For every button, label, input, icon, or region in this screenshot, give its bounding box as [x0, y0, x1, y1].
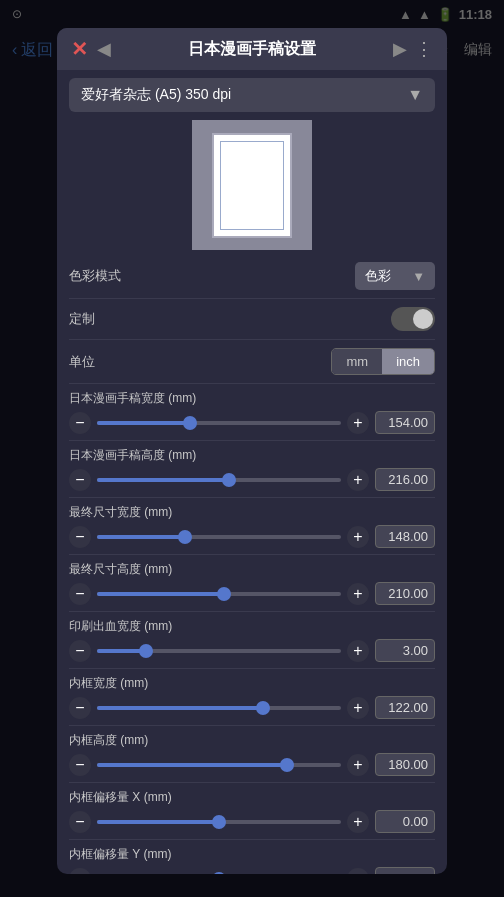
slider-value-4: 3.00 [375, 639, 435, 662]
dialog-title: 日本漫画手稿设置 [188, 39, 316, 60]
slider-row-2: 最终尺寸宽度 (mm) − + 148.00 [69, 498, 435, 555]
slider-decrease-4[interactable]: − [69, 640, 91, 662]
slider-row-0: 日本漫画手稿宽度 (mm) − + 154.00 [69, 384, 435, 441]
prev-icon[interactable]: ◀ [97, 38, 111, 60]
slider-row-5: 内框宽度 (mm) − + 122.00 [69, 669, 435, 726]
slider-increase-6[interactable]: + [347, 754, 369, 776]
unit-buttons: mm inch [331, 348, 435, 375]
close-button[interactable]: ✕ [71, 37, 88, 61]
slider-row-1: 日本漫画手稿高度 (mm) − + 216.00 [69, 441, 435, 498]
slider-decrease-0[interactable]: − [69, 412, 91, 434]
slider-row-8: 内框偏移量 Y (mm) − + 0.00 [69, 840, 435, 874]
slider-decrease-2[interactable]: − [69, 526, 91, 548]
slider-increase-4[interactable]: + [347, 640, 369, 662]
slider-increase-2[interactable]: + [347, 526, 369, 548]
slider-track-2[interactable] [97, 535, 341, 539]
settings-dialog: ✕ ◀ 日本漫画手稿设置 ▶ ⋮ 爱好者杂志 (A5) 350 dpi ▼ 色彩… [57, 28, 447, 874]
color-arrow-icon: ▼ [412, 269, 425, 284]
slider-track-1[interactable] [97, 478, 341, 482]
slider-label-1: 日本漫画手稿高度 (mm) [69, 447, 435, 464]
slider-value-6: 180.00 [375, 753, 435, 776]
slider-label-3: 最终尺寸高度 (mm) [69, 561, 435, 578]
slider-label-6: 内框高度 (mm) [69, 732, 435, 749]
slider-decrease-6[interactable]: − [69, 754, 91, 776]
settings-content: 色彩模式 色彩 ▼ 定制 单位 mm inch 日本漫画手稿宽度 (mm) [57, 254, 447, 874]
slider-label-4: 印刷出血宽度 (mm) [69, 618, 435, 635]
slider-controls-1: − + 216.00 [69, 468, 435, 491]
custom-toggle[interactable] [391, 307, 435, 331]
slider-value-0: 154.00 [375, 411, 435, 434]
slider-track-6[interactable] [97, 763, 341, 767]
slider-controls-6: − + 180.00 [69, 753, 435, 776]
preset-arrow-icon: ▼ [407, 86, 423, 104]
slider-increase-1[interactable]: + [347, 469, 369, 491]
slider-row-4: 印刷出血宽度 (mm) − + 3.00 [69, 612, 435, 669]
slider-row-3: 最终尺寸高度 (mm) − + 210.00 [69, 555, 435, 612]
menu-icon[interactable]: ⋮ [415, 38, 433, 60]
slider-value-1: 216.00 [375, 468, 435, 491]
preset-label: 爱好者杂志 (A5) 350 dpi [81, 86, 231, 104]
slider-decrease-8[interactable]: − [69, 868, 91, 875]
slider-track-0[interactable] [97, 421, 341, 425]
slider-value-7: 0.00 [375, 810, 435, 833]
paper-inner [212, 133, 292, 238]
slider-controls-2: − + 148.00 [69, 525, 435, 548]
custom-row: 定制 [69, 299, 435, 340]
slider-track-5[interactable] [97, 706, 341, 710]
slider-increase-5[interactable]: + [347, 697, 369, 719]
unit-label: 单位 [69, 353, 331, 371]
toggle-knob [413, 309, 433, 329]
slider-track-7[interactable] [97, 820, 341, 824]
slider-decrease-5[interactable]: − [69, 697, 91, 719]
slider-increase-8[interactable]: + [347, 868, 369, 875]
slider-value-2: 148.00 [375, 525, 435, 548]
color-mode-selector[interactable]: 色彩 ▼ [355, 262, 435, 290]
unit-row: 单位 mm inch [69, 340, 435, 384]
slider-value-8: 0.00 [375, 867, 435, 874]
slider-label-0: 日本漫画手稿宽度 (mm) [69, 390, 435, 407]
slider-track-4[interactable] [97, 649, 341, 653]
slider-controls-8: − + 0.00 [69, 867, 435, 874]
color-mode-value: 色彩 [365, 267, 391, 285]
preset-selector[interactable]: 爱好者杂志 (A5) 350 dpi ▼ [69, 78, 435, 112]
slider-row-6: 内框高度 (mm) − + 180.00 [69, 726, 435, 783]
slider-decrease-1[interactable]: − [69, 469, 91, 491]
slider-label-2: 最终尺寸宽度 (mm) [69, 504, 435, 521]
slider-increase-7[interactable]: + [347, 811, 369, 833]
slider-decrease-7[interactable]: − [69, 811, 91, 833]
slider-controls-0: − + 154.00 [69, 411, 435, 434]
slider-value-3: 210.00 [375, 582, 435, 605]
paper-preview [192, 120, 312, 250]
slider-controls-3: − + 210.00 [69, 582, 435, 605]
custom-label: 定制 [69, 310, 391, 328]
dialog-header: ✕ ◀ 日本漫画手稿设置 ▶ ⋮ [57, 28, 447, 70]
slider-label-7: 内框偏移量 X (mm) [69, 789, 435, 806]
paper-guide [220, 141, 284, 230]
slider-increase-3[interactable]: + [347, 583, 369, 605]
slider-row-7: 内框偏移量 X (mm) − + 0.00 [69, 783, 435, 840]
color-mode-row: 色彩模式 色彩 ▼ [69, 254, 435, 299]
slider-label-5: 内框宽度 (mm) [69, 675, 435, 692]
slider-controls-4: − + 3.00 [69, 639, 435, 662]
slider-decrease-3[interactable]: − [69, 583, 91, 605]
slider-increase-0[interactable]: + [347, 412, 369, 434]
slider-controls-7: − + 0.00 [69, 810, 435, 833]
unit-mm-button[interactable]: mm [332, 349, 382, 374]
color-mode-label: 色彩模式 [69, 267, 355, 285]
slider-controls-5: − + 122.00 [69, 696, 435, 719]
slider-value-5: 122.00 [375, 696, 435, 719]
next-icon[interactable]: ▶ [393, 38, 407, 60]
slider-track-3[interactable] [97, 592, 341, 596]
slider-label-8: 内框偏移量 Y (mm) [69, 846, 435, 863]
unit-inch-button[interactable]: inch [382, 349, 434, 374]
